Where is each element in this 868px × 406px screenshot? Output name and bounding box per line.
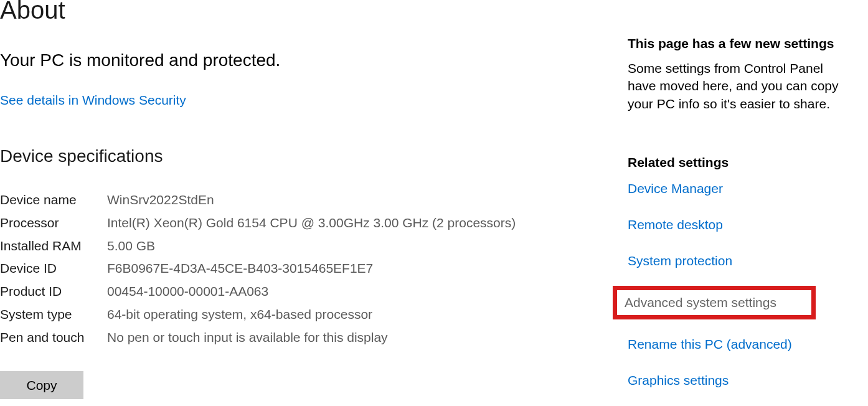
spec-value: No pen or touch input is available for t… [107,326,560,349]
spec-value: 00454-10000-00001-AA063 [107,280,560,303]
remote-desktop-link[interactable]: Remote desktop [628,217,846,232]
windows-security-link[interactable]: See details in Windows Security [0,93,186,108]
spec-label: Processor [0,212,107,235]
copy-button[interactable]: Copy [0,371,83,399]
main-content: About Your PC is monitored and protected… [0,0,560,399]
sidebar: This page has a few new settings Some se… [628,36,846,406]
device-specs-list: Device name WinSrv2022StdEn Processor In… [0,189,560,349]
rename-pc-link[interactable]: Rename this PC (advanced) [628,337,846,352]
spec-label: Device ID [0,257,107,280]
spec-row-device-id: Device ID F6B0967E-4D3A-45CE-B403-301546… [0,257,560,280]
sidebar-info-text: Some settings from Control Panel have mo… [628,60,846,113]
spec-value: F6B0967E-4D3A-45CE-B403-3015465EF1E7 [107,257,560,280]
spec-label: Device name [0,189,107,212]
page-title: About [0,0,560,24]
related-settings-heading: Related settings [628,155,846,170]
spec-row-product-id: Product ID 00454-10000-00001-AA063 [0,280,560,303]
protection-status: Your PC is monitored and protected. [0,50,560,70]
spec-row-installed-ram: Installed RAM 5.00 GB [0,235,560,258]
advanced-system-settings-highlight: Advanced system settings [613,286,816,319]
spec-row-system-type: System type 64-bit operating system, x64… [0,303,560,326]
spec-label: Pen and touch [0,326,107,349]
sidebar-info-heading: This page has a few new settings [628,36,846,51]
spec-label: System type [0,303,107,326]
spec-label: Product ID [0,280,107,303]
spec-value: 64-bit operating system, x64-based proce… [107,303,560,326]
device-manager-link[interactable]: Device Manager [628,181,846,196]
graphics-settings-link[interactable]: Graphics settings [628,373,846,388]
spec-value: 5.00 GB [107,235,560,258]
device-specifications-heading: Device specifications [0,146,560,166]
spec-value: WinSrv2022StdEn [107,189,560,212]
spec-value: Intel(R) Xeon(R) Gold 6154 CPU @ 3.00GHz… [107,212,560,235]
spec-row-device-name: Device name WinSrv2022StdEn [0,189,560,212]
advanced-system-settings-link[interactable]: Advanced system settings [625,295,804,310]
spec-row-processor: Processor Intel(R) Xeon(R) Gold 6154 CPU… [0,212,560,235]
spec-label: Installed RAM [0,235,107,258]
spec-row-pen-and-touch: Pen and touch No pen or touch input is a… [0,326,560,349]
system-protection-link[interactable]: System protection [628,253,846,268]
